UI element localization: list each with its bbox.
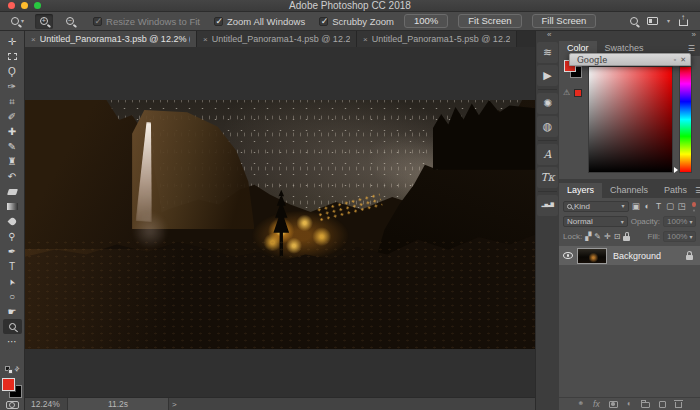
zoom-level-field[interactable]: 12.24%: [31, 399, 67, 409]
share-icon[interactable]: [679, 19, 688, 26]
panel-menu-icon[interactable]: ☰: [688, 44, 695, 53]
zoom-in-button[interactable]: [35, 14, 53, 29]
visibility-toggle[interactable]: [559, 252, 577, 259]
quick-selection-tool[interactable]: ✑: [3, 79, 22, 94]
gamut-warning-icon[interactable]: ⚠: [563, 88, 570, 97]
tk-panel-icon[interactable]: Tᴋ: [537, 167, 558, 188]
document-tab-bar: × Untitled_Panorama1-3.psb @ 12.2% (RGB/…: [25, 31, 535, 47]
character-panel-icon[interactable]: A: [537, 144, 558, 165]
canvas-area[interactable]: [25, 47, 535, 397]
new-layer-icon[interactable]: [659, 401, 666, 408]
dodge-tool[interactable]: ⚲: [3, 229, 22, 244]
foreground-color-swatch[interactable]: [2, 378, 15, 391]
websafe-color-swatch[interactable]: [574, 89, 582, 97]
panel-menu-icon[interactable]: ☰: [695, 186, 700, 195]
spot-healing-tool[interactable]: ✚: [3, 124, 22, 139]
blend-mode-row: Normal ▾ Opacity: 100% ▾: [559, 214, 700, 229]
tab-channels[interactable]: Channels: [602, 183, 656, 198]
actions-panel-icon[interactable]: ▶: [537, 65, 558, 86]
tool-preset-picker[interactable]: ▾: [8, 15, 27, 27]
histogram-panel-icon[interactable]: ▂▅▃▇: [537, 195, 558, 216]
close-icon[interactable]: ✕: [680, 56, 686, 64]
maximize-icon[interactable]: ▫: [674, 56, 676, 63]
document-tab-1[interactable]: × Untitled_Panorama1-3.psb @ 12.2% (RGB/…: [25, 31, 197, 47]
zoom-100-button[interactable]: 100%: [404, 14, 448, 28]
default-colors-icon[interactable]: ⇄: [5, 366, 19, 375]
workspace-switcher-icon[interactable]: [647, 17, 658, 25]
google-floating-window[interactable]: Google ▫ ✕: [569, 53, 691, 66]
close-tab-icon[interactable]: ×: [31, 35, 36, 44]
filter-pixel-layers-icon[interactable]: ▣: [632, 201, 640, 211]
lock-paint-icon[interactable]: ✎: [594, 232, 601, 241]
chevron-down-icon[interactable]: ▾: [667, 18, 670, 24]
edit-toolbar-icon[interactable]: ⋯: [3, 334, 22, 349]
lock-position-icon[interactable]: ✛: [604, 232, 611, 241]
status-info-field[interactable]: 11.2s: [67, 398, 169, 410]
collapse-panels-icon[interactable]: »: [692, 30, 696, 39]
eraser-tool[interactable]: [3, 184, 22, 199]
hue-slider-pointer[interactable]: [674, 167, 678, 173]
layer-filter-toggle[interactable]: [692, 202, 696, 207]
layer-row-background[interactable]: Background: [559, 246, 700, 265]
tab-paths[interactable]: Paths: [656, 183, 695, 198]
pen-tool[interactable]: ✒: [3, 244, 22, 259]
history-brush-tool[interactable]: ↶: [3, 169, 22, 184]
crop-tool[interactable]: ⌗: [3, 94, 22, 109]
add-layer-mask-icon[interactable]: [609, 401, 618, 408]
timeline-panel-icon[interactable]: ◍: [537, 116, 558, 137]
blur-tool[interactable]: [3, 214, 22, 229]
opacity-field[interactable]: 100% ▾: [663, 216, 696, 227]
resize-windows-checkbox[interactable]: Resize Windows to Fit: [93, 16, 200, 27]
lock-all-icon[interactable]: [623, 236, 630, 241]
filter-type-layers-icon[interactable]: T: [654, 201, 662, 211]
zoom-out-button[interactable]: [61, 14, 79, 29]
adjustment-layer-icon[interactable]: ◐: [627, 400, 632, 408]
foreground-highlight: [25, 249, 270, 349]
status-flyout-chevron[interactable]: >: [172, 400, 177, 409]
adjustments-panel-icon[interactable]: ✺: [537, 93, 558, 114]
shape-tool[interactable]: ○: [3, 289, 22, 304]
zoom-all-windows-checkbox[interactable]: Zoom All Windows: [214, 16, 305, 27]
color-saturation-cube[interactable]: [588, 66, 673, 173]
layer-thumbnail[interactable]: [577, 248, 607, 264]
hue-slider[interactable]: [679, 66, 692, 173]
brush-settings-panel-icon[interactable]: ≋: [537, 42, 558, 63]
move-tool[interactable]: ✛: [3, 34, 22, 49]
document-tab-2[interactable]: × Untitled_Panorama1-4.psb @ 12.2% (La..…: [197, 31, 357, 47]
fill-screen-button[interactable]: Fill Screen: [532, 14, 597, 28]
fit-screen-button[interactable]: Fit Screen: [458, 14, 521, 28]
close-tab-icon[interactable]: ×: [203, 35, 208, 44]
blend-mode-dropdown[interactable]: Normal ▾: [563, 216, 628, 227]
marquee-tool[interactable]: [3, 49, 22, 64]
open-document-image[interactable]: [25, 100, 535, 349]
tab-layers[interactable]: Layers: [559, 183, 602, 198]
lasso-tool[interactable]: Ϙ: [3, 64, 22, 79]
quick-mask-button[interactable]: [6, 401, 19, 409]
layer-filter-dropdown[interactable]: Kind ▾: [563, 201, 629, 212]
type-tool[interactable]: T: [3, 259, 22, 274]
brush-tool[interactable]: ✎: [3, 139, 22, 154]
lock-artboard-icon[interactable]: ⊡: [614, 232, 621, 241]
scrubby-zoom-checkbox[interactable]: Scrubby Zoom: [319, 16, 394, 27]
fill-field[interactable]: 100% ▾: [663, 231, 696, 242]
search-icon[interactable]: [630, 17, 638, 25]
delete-layer-icon[interactable]: [675, 402, 682, 409]
document-tab-3[interactable]: × Untitled_Panorama1-5.psb @ 12.2% (ra..…: [357, 31, 517, 47]
gradient-tool[interactable]: [3, 199, 22, 214]
eyedropper-tool[interactable]: ✐: [3, 109, 22, 124]
hand-tool[interactable]: ☛: [3, 304, 22, 319]
path-selection-tool[interactable]: ➤: [3, 274, 22, 289]
close-tab-icon[interactable]: ×: [363, 35, 368, 44]
new-group-icon[interactable]: [641, 402, 650, 408]
titlebar: Adobe Photoshop CC 2018: [0, 0, 700, 12]
filter-smart-objects-icon[interactable]: ◳: [677, 201, 685, 211]
link-layers-icon[interactable]: ⚭: [577, 400, 584, 408]
filter-shape-layers-icon[interactable]: ▢: [666, 201, 674, 211]
checkbox-icon: [319, 17, 328, 26]
filter-adjustment-layers-icon[interactable]: ◐: [643, 201, 651, 211]
clone-stamp-tool[interactable]: ♜: [3, 154, 22, 169]
lock-transparency-icon[interactable]: ▞: [585, 232, 591, 241]
zoom-tool[interactable]: [3, 319, 22, 334]
layer-style-icon[interactable]: fx: [593, 400, 600, 409]
expand-panels-icon[interactable]: «: [547, 30, 551, 39]
